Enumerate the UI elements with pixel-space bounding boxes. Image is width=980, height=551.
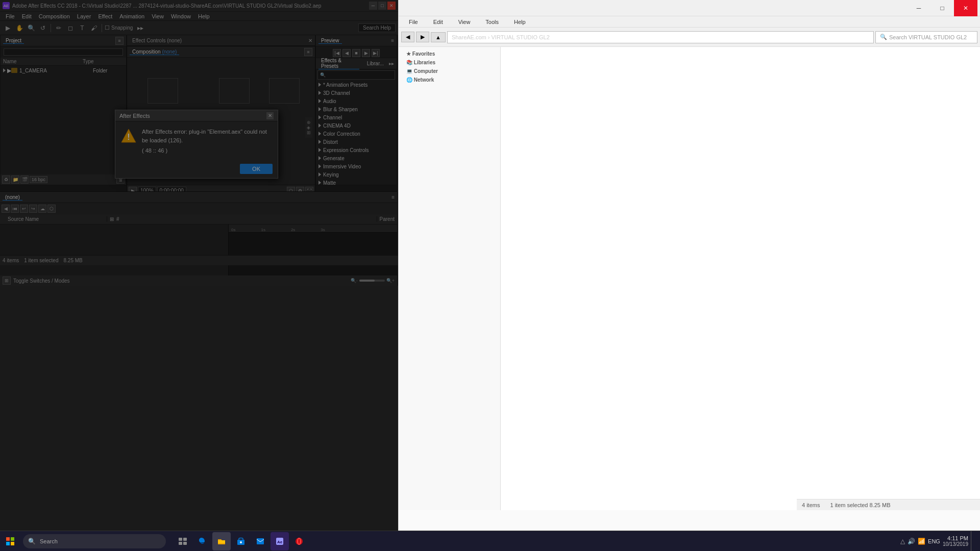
nav-computer: 💻 Computer <box>399 67 500 76</box>
explorer-maximize[interactable]: □ <box>930 0 954 16</box>
explorer-items: 4 items <box>802 502 820 508</box>
svg-point-11 <box>240 541 242 543</box>
taskbar-search-icon: 🔍 <box>28 538 36 545</box>
taskbar-notify-icon-1: △ <box>900 538 905 545</box>
explorer-status-bar: 4 items 1 item selected 8.25 MB <box>797 499 980 510</box>
svg-rect-4 <box>6 542 10 545</box>
taskbar-app-mail[interactable] <box>251 532 270 550</box>
explorer-toolbar: ◀ ▶ ▲ ShareAE.com › VIRTUAL STUDIO GL2 🔍… <box>399 28 980 47</box>
svg-rect-5 <box>11 542 14 545</box>
taskbar-app-taskview[interactable] <box>174 532 192 550</box>
svg-rect-2 <box>6 537 10 541</box>
explorer-menu-help[interactable]: Help <box>506 17 533 27</box>
explorer-main <box>501 47 980 510</box>
taskbar-date: 10/13/2019 <box>943 541 968 547</box>
svg-rect-8 <box>179 542 182 545</box>
nav-libraries: 📚 Libraries <box>399 58 500 67</box>
explorer-titlebar: ─ □ ✕ <box>399 0 980 16</box>
explorer-up[interactable]: ▲ <box>431 32 446 42</box>
svg-rect-9 <box>183 542 187 545</box>
taskbar-lang: ENG <box>928 538 940 544</box>
taskbar-apps: Ae <box>174 532 308 550</box>
taskbar-app-explorer[interactable] <box>212 532 231 550</box>
ae-window: AE Adobe After Effects CC 2018 - C:\Virt… <box>0 0 398 286</box>
nav-network: 🌐 Network <box>399 76 500 84</box>
svg-rect-7 <box>183 538 187 541</box>
address-text: ShareAE.com › VIRTUAL STUDIO GL2 <box>452 34 550 40</box>
address-bar[interactable]: ShareAE.com › VIRTUAL STUDIO GL2 <box>447 31 874 43</box>
taskbar-clock[interactable]: 4:11 PM 10/13/2019 <box>943 535 968 547</box>
taskbar-app-store[interactable] <box>232 532 250 550</box>
explorer-selected: 1 item selected 8.25 MB <box>830 502 890 508</box>
taskbar-app-opera[interactable] <box>290 532 308 550</box>
taskbar-search-label: Search <box>40 538 58 544</box>
show-desktop-button[interactable] <box>971 531 975 552</box>
taskbar-app-ae[interactable]: Ae <box>271 532 289 550</box>
taskbar-speaker[interactable]: 🔊 <box>908 538 915 545</box>
explorer-close[interactable]: ✕ <box>954 0 977 16</box>
explorer-menubar: File Edit View Tools Help <box>399 16 980 28</box>
svg-rect-6 <box>179 538 182 541</box>
explorer-menu-edit[interactable]: Edit <box>426 17 451 27</box>
taskbar-time: 4:11 PM <box>943 535 968 541</box>
nav-favorites: ★ Favorites <box>399 49 500 58</box>
explorer-menu-file[interactable]: File <box>401 17 426 27</box>
explorer-minimize[interactable]: ─ <box>907 0 930 16</box>
explorer-back[interactable]: ◀ <box>401 32 414 42</box>
taskbar-app-edge[interactable] <box>193 532 211 550</box>
dialog-overlay <box>0 0 398 286</box>
explorer-forward[interactable]: ▶ <box>416 32 429 42</box>
taskbar: 🔍 Search <box>0 531 980 551</box>
explorer-panel: ─ □ ✕ File Edit View Tools Help ◀ ▶ ▲ Sh… <box>398 0 980 531</box>
svg-point-16 <box>298 538 301 544</box>
explorer-search-placeholder: Search VIRTUAL STUDIO GL2 <box>889 34 967 40</box>
svg-rect-12 <box>257 538 264 544</box>
explorer-search-icon: 🔍 <box>880 34 887 40</box>
taskbar-network[interactable]: 📶 <box>918 538 925 545</box>
taskbar-search[interactable]: 🔍 Search <box>23 534 166 548</box>
explorer-search-bar[interactable]: 🔍 Search VIRTUAL STUDIO GL2 <box>875 31 977 43</box>
taskbar-right: △ 🔊 📶 ENG 4:11 PM 10/13/2019 <box>900 531 980 552</box>
explorer-nav: ★ Favorites 📚 Libraries 💻 Computer 🌐 Net… <box>399 47 501 510</box>
explorer-content: ★ Favorites 📚 Libraries 💻 Computer 🌐 Net… <box>399 47 980 510</box>
svg-rect-3 <box>11 537 14 541</box>
svg-text:Ae: Ae <box>277 540 283 544</box>
explorer-menu-view[interactable]: View <box>451 17 478 27</box>
start-button[interactable] <box>0 531 20 552</box>
explorer-menu-tools[interactable]: Tools <box>478 17 506 27</box>
